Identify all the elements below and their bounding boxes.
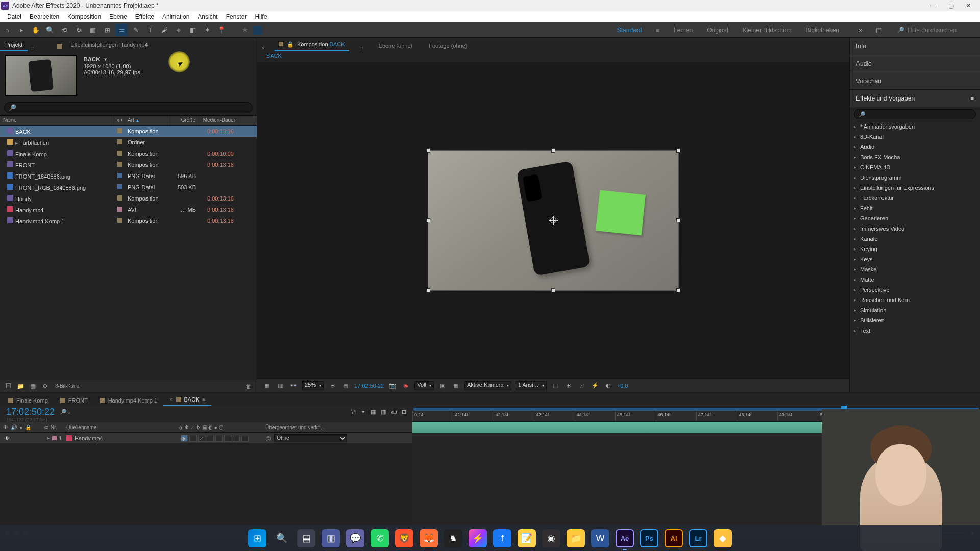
timeline-tab[interactable]: Finale Komp bbox=[2, 395, 54, 406]
views-select[interactable]: 1 Ansi… ▾ bbox=[516, 381, 547, 390]
lock-icon[interactable]: 🔒 bbox=[287, 41, 294, 47]
project-item[interactable]: Handy.mp4 Komp 1Komposition0:00:13:16 bbox=[0, 215, 257, 227]
effect-category[interactable]: ▸Boris FX Mocha bbox=[850, 152, 980, 162]
view3d-icon[interactable]: ⬚ bbox=[551, 381, 560, 390]
project-item[interactable]: HandyKomposition0:00:13:16 bbox=[0, 193, 257, 204]
new-folder-icon[interactable]: 📁 bbox=[16, 382, 24, 390]
layer-switch[interactable] bbox=[224, 435, 231, 442]
menu-animation[interactable]: Animation bbox=[158, 12, 193, 21]
bit-depth-label[interactable]: 8-Bit-Kanal bbox=[55, 383, 80, 389]
taskbar-notes-icon[interactable]: 📝 bbox=[518, 529, 536, 547]
zoom-tool[interactable]: 🔍 bbox=[44, 24, 56, 36]
effect-category[interactable]: ▸Maske bbox=[850, 264, 980, 274]
exposure-icon[interactable]: ◐ bbox=[604, 381, 613, 390]
layer-speaker-toggle[interactable] bbox=[12, 435, 19, 441]
effect-category[interactable]: ▸CINEMA 4D bbox=[850, 162, 980, 172]
timeline-search-icon[interactable]: 🔎⌄ bbox=[60, 409, 71, 415]
effect-category[interactable]: ▸Simulation bbox=[850, 305, 980, 315]
new-comp-icon[interactable]: ▦ bbox=[29, 382, 37, 390]
workspace-original[interactable]: Original bbox=[707, 27, 728, 34]
tl-opt1-icon[interactable]: ⇄ bbox=[351, 409, 356, 415]
layer-name-text[interactable]: Handy.mp4 bbox=[75, 435, 103, 441]
timeline-tab[interactable]: Handy.mp4 Komp 1 bbox=[94, 395, 163, 406]
effect-category[interactable]: ▸Text bbox=[850, 325, 980, 336]
transform-handle[interactable] bbox=[426, 148, 430, 153]
footer-timecode[interactable]: 17:02:50:22 bbox=[354, 383, 384, 389]
taskbar-whatsapp-icon[interactable]: ✆ bbox=[371, 529, 389, 547]
taskbar-word-icon[interactable]: W bbox=[591, 529, 609, 547]
workspace-overflow-icon[interactable]: » bbox=[854, 24, 867, 36]
layer-switch[interactable] bbox=[207, 435, 214, 442]
taskbar-lightroom-icon[interactable]: Lr bbox=[689, 529, 707, 547]
pickwhip-icon[interactable]: @ bbox=[265, 435, 271, 441]
workspace-lernen[interactable]: Lernen bbox=[674, 27, 693, 34]
menu-ebene[interactable]: Ebene bbox=[105, 12, 131, 21]
layer-label-swatch[interactable] bbox=[52, 436, 57, 440]
taskbar-photoshop-icon[interactable]: Ps bbox=[640, 529, 658, 547]
channel-icon[interactable]: ▤ bbox=[341, 381, 350, 390]
col-number-header[interactable]: Nr. bbox=[51, 424, 57, 430]
effect-category[interactable]: ▸Keying bbox=[850, 244, 980, 254]
panel-preview[interactable]: Vorschau bbox=[850, 72, 980, 90]
panel-info[interactable]: Info bbox=[850, 38, 980, 55]
col-source-header[interactable]: Quellenname bbox=[66, 424, 179, 430]
effect-category[interactable]: ▸Stilisieren bbox=[850, 315, 980, 325]
taskbar-search-button[interactable]: 🔍 bbox=[273, 529, 291, 547]
taskbar-widgets-button[interactable]: ▥ bbox=[322, 529, 340, 547]
exposure-value[interactable]: +0,0 bbox=[617, 383, 628, 389]
effect-category[interactable]: ▸3D-Kanal bbox=[850, 132, 980, 142]
close-button[interactable]: ✕ bbox=[965, 2, 972, 9]
layer-switch[interactable]: ⬗ bbox=[181, 435, 188, 442]
effect-category[interactable]: ▸Audio bbox=[850, 142, 980, 152]
parent-select[interactable]: Ohne bbox=[274, 434, 347, 442]
composition-viewer[interactable] bbox=[257, 62, 849, 379]
effect-category[interactable]: ▸Kanäle bbox=[850, 234, 980, 244]
help-search-input[interactable] bbox=[908, 27, 974, 34]
layer-solo-toggle[interactable] bbox=[21, 435, 29, 441]
effect-category[interactable]: ▸Immersives Video bbox=[850, 223, 980, 234]
timeline-tab[interactable]: FRONT bbox=[54, 395, 94, 406]
delete-icon[interactable]: 🗑 bbox=[244, 382, 253, 390]
tab-footage[interactable]: Footage (ohne) bbox=[425, 40, 471, 51]
project-item[interactable]: ▸FarbflächenOrdner bbox=[0, 137, 257, 148]
col-parent-header[interactable]: Übergeordnet und verkn… bbox=[265, 424, 347, 430]
res-icon[interactable]: ⊟ bbox=[328, 381, 337, 390]
workspace-standard[interactable]: Standard bbox=[617, 27, 642, 34]
settings-icon[interactable]: ⚙ bbox=[41, 382, 49, 390]
layer-twirl-icon[interactable]: ▸ bbox=[47, 435, 50, 441]
mask-icon[interactable]: 👓 bbox=[289, 381, 298, 390]
composition-frame[interactable] bbox=[428, 151, 678, 290]
effect-category[interactable]: ▸Keys bbox=[850, 254, 980, 264]
home-tool[interactable]: ⌂ bbox=[1, 24, 13, 36]
timeline-layer-row[interactable]: 👁 ▸ 1 Handy.mp4 ⬗ ⟋ bbox=[0, 433, 412, 444]
taskbar-chat-button[interactable]: 💬 bbox=[346, 529, 364, 547]
guide-icon[interactable]: ⊡ bbox=[577, 381, 586, 390]
effect-category[interactable]: ▸Dienstprogramm bbox=[850, 172, 980, 183]
layer-switch[interactable]: ⟋ bbox=[198, 435, 205, 442]
clone-tool[interactable]: ⎆ bbox=[173, 24, 185, 36]
panel-effects-presets[interactable]: Effekte und Vorgaben≡ bbox=[850, 90, 980, 107]
project-search[interactable]: 🔎 bbox=[4, 102, 253, 113]
taskbar-taskview-button[interactable]: ▤ bbox=[297, 529, 315, 547]
layer-switch[interactable] bbox=[189, 435, 197, 442]
timeline-timecode[interactable]: 17:02:50:22 bbox=[6, 407, 55, 417]
tl-opt4-icon[interactable]: ▥ bbox=[381, 409, 386, 415]
minimize-button[interactable]: — bbox=[930, 2, 937, 9]
panel-audio[interactable]: Audio bbox=[850, 55, 980, 72]
menu-ansicht[interactable]: Ansicht bbox=[193, 12, 222, 21]
layer-switch[interactable] bbox=[215, 435, 223, 442]
taskbar-explorer-icon[interactable]: 📁 bbox=[567, 529, 585, 547]
help-search[interactable]: 🔎 bbox=[891, 27, 980, 34]
selection-tool[interactable]: ▸ bbox=[15, 24, 28, 36]
grid-icon[interactable]: ▥ bbox=[276, 381, 285, 390]
taskbar-app-icon[interactable]: ♞ bbox=[444, 529, 462, 547]
resolution-select[interactable]: Voll ▾ bbox=[414, 381, 434, 390]
menu-effekte[interactable]: Effekte bbox=[131, 12, 158, 21]
col-label-icon[interactable]: 🏷 bbox=[44, 424, 49, 430]
camera-tool[interactable]: ▦ bbox=[87, 24, 99, 36]
tab-composition[interactable]: 🔒 Komposition BACK bbox=[275, 39, 349, 51]
col-lock-icon[interactable]: 🔒 bbox=[25, 424, 31, 430]
column-header-size[interactable]: Größe bbox=[170, 116, 199, 125]
column-header-name[interactable]: Name bbox=[0, 116, 114, 125]
interpret-footage-icon[interactable]: 🎞 bbox=[4, 382, 12, 390]
